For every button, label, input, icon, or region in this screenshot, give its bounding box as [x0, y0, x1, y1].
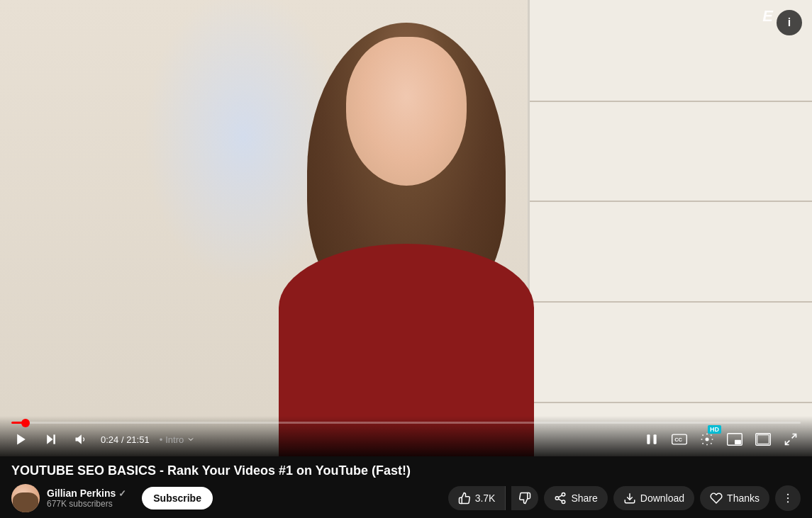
info-icon[interactable]: i	[777, 10, 802, 35]
svg-rect-2	[53, 434, 55, 444]
verified-icon: ✓	[118, 488, 126, 499]
miniplayer-button[interactable]	[724, 430, 745, 449]
action-buttons: 3.7K Share	[448, 485, 801, 511]
thanks-button[interactable]: Thanks	[700, 486, 769, 510]
captions-button[interactable]: CC	[669, 431, 690, 448]
fullscreen-icon	[784, 432, 798, 446]
buffer-button[interactable]	[642, 429, 662, 449]
channel-watermark: E	[762, 7, 773, 26]
channel-left: Gillian Perkins ✓ 677K subscribers Subsc…	[11, 484, 213, 512]
svg-marker-3	[76, 434, 82, 444]
video-frame	[0, 0, 812, 456]
svg-rect-12	[757, 435, 769, 444]
svg-point-17	[562, 500, 566, 504]
video-player[interactable]: i E	[0, 0, 812, 456]
cc-icon: CC	[672, 434, 687, 445]
progress-filled	[11, 422, 26, 424]
like-button[interactable]: 3.7K	[448, 486, 506, 510]
avatar-hair	[13, 492, 38, 512]
svg-point-23	[787, 501, 789, 502]
controls-row: 0:24 / 21:51 • Intro	[11, 429, 801, 449]
share-icon	[554, 492, 567, 505]
dislike-icon	[518, 492, 531, 505]
presenter-face	[346, 37, 467, 186]
fullscreen-button[interactable]	[781, 429, 801, 449]
svg-line-19	[559, 495, 562, 497]
svg-point-16	[556, 497, 560, 500]
svg-point-21	[787, 494, 789, 495]
more-icon	[782, 492, 794, 505]
channel-name: Gillian Perkins ✓	[47, 488, 126, 499]
subscriber-count: 677K subscribers	[47, 499, 126, 509]
download-icon	[623, 492, 636, 505]
download-button[interactable]: Download	[613, 486, 694, 510]
chapter-label: • Intro	[160, 434, 196, 445]
volume-button[interactable]	[71, 429, 91, 449]
play-button[interactable]	[11, 429, 31, 449]
svg-line-18	[559, 499, 562, 501]
background-bookshelf	[528, 0, 812, 456]
play-icon	[14, 432, 28, 446]
theater-button[interactable]	[752, 430, 774, 449]
theater-icon	[755, 433, 771, 446]
svg-rect-4	[647, 434, 650, 444]
svg-text:CC: CC	[674, 437, 682, 443]
svg-line-13	[792, 434, 796, 439]
svg-rect-5	[654, 434, 657, 444]
channel-row: Gillian Perkins ✓ 677K subscribers Subsc…	[11, 484, 801, 512]
svg-point-8	[706, 438, 709, 441]
volume-icon	[74, 432, 88, 446]
settings-icon	[700, 432, 714, 446]
video-info: YOUTUBE SEO BASICS - Rank Your Videos #1…	[0, 456, 812, 512]
progress-bar[interactable]	[11, 422, 801, 424]
avatar	[11, 484, 40, 512]
pause-icon	[645, 432, 659, 446]
controls-left: 0:24 / 21:51 • Intro	[11, 429, 195, 449]
thanks-icon	[710, 492, 723, 505]
next-icon	[44, 432, 58, 446]
svg-point-15	[562, 493, 566, 497]
hd-badge: HD	[708, 425, 721, 434]
channel-info: Gillian Perkins ✓ 677K subscribers	[47, 488, 126, 509]
subscribe-button[interactable]: Subscribe	[142, 487, 213, 509]
svg-marker-1	[47, 434, 52, 444]
controls-right: CC HD	[642, 429, 801, 449]
dislike-button[interactable]	[511, 486, 538, 510]
next-button[interactable]	[41, 429, 61, 449]
svg-line-14	[786, 441, 790, 445]
video-title: YOUTUBE SEO BASICS - Rank Your Videos #1…	[11, 463, 801, 478]
progress-thumb	[21, 419, 30, 427]
chapter-chevron-icon	[187, 435, 195, 444]
like-icon	[458, 492, 471, 505]
more-options-button[interactable]	[775, 485, 801, 511]
svg-rect-10	[735, 440, 741, 444]
video-controls: 0:24 / 21:51 • Intro	[0, 416, 812, 456]
settings-wrap: HD	[697, 429, 717, 449]
share-button[interactable]: Share	[544, 486, 607, 510]
miniplayer-icon	[727, 433, 743, 446]
time-display: 0:24 / 21:51	[101, 434, 150, 445]
svg-marker-0	[17, 434, 26, 445]
svg-point-22	[787, 497, 789, 499]
